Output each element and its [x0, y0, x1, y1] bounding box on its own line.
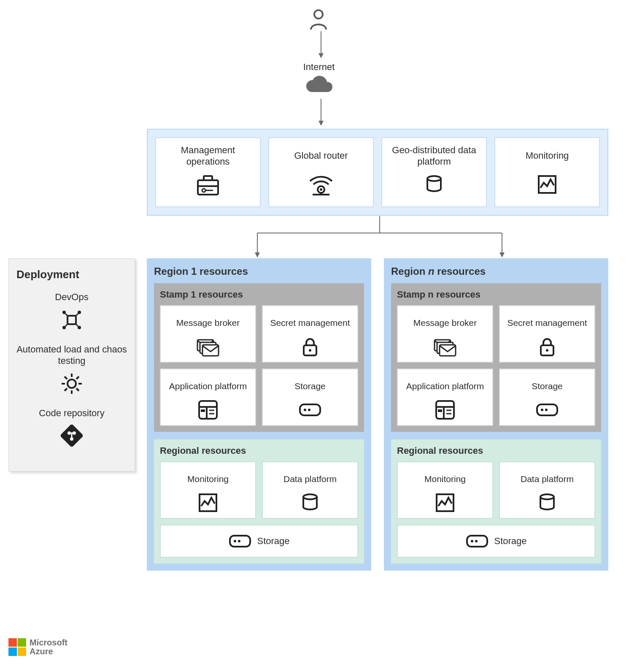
message-icon — [432, 336, 458, 357]
card-label: Storage — [294, 375, 326, 397]
card-geo-data-platform: Geo-distributed data platform — [381, 137, 487, 207]
card-regional-storage: Storage — [160, 525, 358, 558]
storage-icon — [298, 400, 322, 420]
regional-box: Regional resources Monitoring Data platf… — [154, 439, 364, 564]
region-1: Region 1 resources Stamp 1 resources Mes… — [147, 258, 371, 571]
architecture-diagram: Internet Management operations Global ro… — [0, 0, 637, 672]
card-management-operations: Management operations — [155, 137, 261, 207]
card-label: Secret management — [507, 312, 587, 334]
card-application-platform: Application platform — [160, 369, 256, 426]
message-icon — [195, 336, 221, 357]
database-icon — [537, 493, 557, 513]
card-label: Monitoring — [424, 468, 466, 490]
lock-icon — [300, 336, 321, 357]
deployment-title: Deployment — [16, 268, 127, 281]
region-title-id: 1 — [191, 266, 197, 277]
monitoring-icon — [197, 493, 219, 513]
regions-row: Region 1 resources Stamp 1 resources Mes… — [147, 258, 608, 571]
router-icon — [308, 172, 334, 197]
database-icon — [424, 172, 444, 197]
card-regional-data-platform: Data platform — [499, 461, 595, 519]
region-title-id: n — [428, 266, 435, 277]
card-message-broker: Message broker — [160, 305, 256, 363]
region-title-suffix: resources — [197, 266, 248, 277]
database-icon — [300, 493, 320, 513]
regional-title: Regional resources — [397, 445, 595, 456]
app-platform-icon — [197, 400, 219, 420]
card-regional-monitoring: Monitoring — [397, 461, 493, 519]
stamp-box: Stamp n resources Message broker Secret … — [391, 283, 601, 432]
card-label: Geo-distributed data platform — [386, 144, 482, 168]
storage-icon — [228, 531, 252, 551]
card-regional-storage: Storage — [397, 525, 595, 558]
region-title-prefix: Region — [154, 266, 191, 277]
card-label: Application platform — [406, 375, 484, 397]
deployment-panel: Deployment DevOps Automated load and cha… — [8, 258, 135, 471]
card-label: Storage — [532, 375, 563, 397]
card-global-router: Global router — [268, 137, 374, 207]
deployment-item-devops: DevOps — [16, 291, 127, 332]
region-title-prefix: Region — [391, 266, 428, 277]
global-resources-row: Management operations Global router Geo-… — [147, 129, 608, 216]
card-storage: Storage — [262, 369, 358, 426]
card-application-platform: Application platform — [397, 369, 493, 426]
arrow-user-to-internet — [318, 31, 324, 59]
card-label: Data platform — [283, 468, 337, 490]
deployment-item-chaos-testing: Automated load and chaos testing — [16, 344, 127, 396]
svg-marker-56 — [255, 252, 260, 257]
storage-label: Storage — [494, 536, 526, 547]
stamp-title: Stamp 1 resources — [160, 289, 358, 300]
card-label: Message broker — [413, 312, 477, 334]
app-platform-icon — [434, 400, 456, 420]
monitoring-icon — [536, 172, 558, 197]
regional-title: Regional resources — [160, 445, 358, 456]
toolbox-icon — [195, 172, 221, 197]
user-icon — [308, 8, 329, 31]
internet-label: Internet — [298, 62, 340, 73]
region-title: Region 1 resources — [154, 266, 364, 277]
git-icon — [16, 424, 127, 447]
stamp-title: Stamp n resources — [397, 289, 595, 300]
stamp-box: Stamp 1 resources Message broker Secret … — [154, 283, 364, 432]
region-title-suffix: resources — [435, 266, 486, 277]
card-message-broker: Message broker — [397, 305, 493, 363]
region-n: Region n resources Stamp n resources Mes… — [384, 258, 608, 571]
microsoft-azure-logo: Microsoft Azure — [8, 638, 67, 656]
card-label: Message broker — [176, 312, 240, 334]
card-label: Data platform — [521, 468, 574, 490]
gear-icon — [16, 372, 127, 396]
lock-icon — [537, 336, 558, 357]
card-label: Management operations — [160, 144, 256, 168]
arrow-internet-to-global — [318, 99, 324, 128]
storage-icon — [535, 400, 559, 420]
logo-text: Microsoft Azure — [30, 638, 67, 656]
card-label: Application platform — [169, 375, 247, 397]
card-secret-management: Secret management — [262, 305, 358, 363]
card-label: Monitoring — [187, 468, 229, 490]
arrow-global-to-regions — [232, 216, 527, 258]
region-title: Region n resources — [391, 266, 601, 277]
cloud-icon — [302, 75, 335, 97]
deployment-item-label: Automated load and chaos testing — [16, 344, 127, 367]
svg-marker-57 — [499, 252, 505, 257]
card-monitoring: Monitoring — [494, 137, 600, 207]
regional-box: Regional resources Monitoring Data platf… — [391, 439, 601, 564]
deployment-item-label: DevOps — [16, 291, 127, 303]
card-label: Global router — [294, 144, 348, 168]
card-storage: Storage — [499, 369, 595, 426]
deployment-item-code-repo: Code repository — [16, 407, 127, 448]
microsoft-logo-icon — [8, 638, 26, 656]
storage-label: Storage — [257, 536, 289, 547]
card-label: Secret management — [270, 312, 350, 334]
deployment-item-label: Code repository — [16, 407, 127, 419]
card-regional-data-platform: Data platform — [262, 461, 358, 519]
monitoring-icon — [434, 493, 456, 513]
card-secret-management: Secret management — [499, 305, 595, 363]
card-label: Monitoring — [526, 144, 569, 168]
storage-icon — [465, 531, 489, 551]
logo-line1: Microsoft — [30, 638, 67, 647]
devops-icon — [16, 308, 127, 332]
logo-line2: Azure — [30, 647, 67, 656]
card-regional-monitoring: Monitoring — [160, 461, 256, 519]
